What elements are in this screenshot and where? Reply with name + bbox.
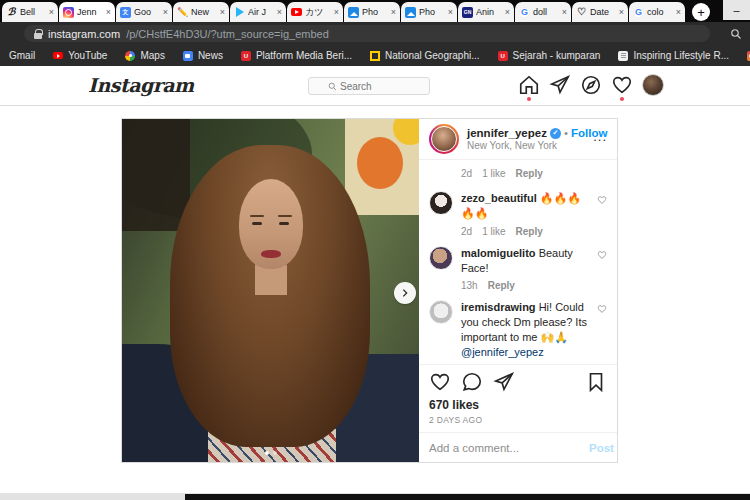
tab-photos-2[interactable]: Pho × (401, 2, 457, 22)
tab-label: colo (647, 7, 673, 17)
bookmark-news[interactable]: News (174, 45, 232, 66)
post-photo[interactable] (122, 119, 419, 462)
comment-mention[interactable]: @jennifer_yepez (461, 346, 544, 358)
post-header: jennifer_yepez ✓ • Follow New York, New … (419, 119, 617, 160)
lock-icon (34, 29, 42, 39)
story-ring[interactable] (429, 124, 459, 154)
bookmark-sejarah-kumparan[interactable]: U Sejarah - kumparan (489, 45, 610, 66)
search-zoom-icon[interactable] (730, 28, 742, 40)
comment-bubble-icon[interactable] (461, 371, 483, 393)
add-comment-bar: Post (419, 432, 617, 462)
close-icon[interactable]: × (106, 8, 111, 17)
bookmark-platform-media[interactable]: U Platform Media Beri... (232, 45, 361, 66)
window-minimize-button[interactable]: – (723, 0, 750, 20)
activity-heart-icon[interactable] (611, 74, 633, 96)
horizontal-scrollbar[interactable] (0, 493, 750, 500)
tab-label: New (191, 7, 217, 17)
comment: iremisdrawing Hi! Could you check Dm ple… (429, 300, 607, 364)
bookmark-hubungan-asmara[interactable]: hubungan-asmara :... (738, 45, 750, 66)
comment-username[interactable]: iremisdrawing (461, 301, 536, 313)
close-icon[interactable]: × (334, 8, 339, 17)
search-box[interactable] (308, 77, 430, 95)
photo-frame-corner (122, 119, 190, 231)
address-bar[interactable]: instagram.com/p/CHstfE4hD3U/?utm_source=… (24, 25, 710, 42)
post-user-block: jennifer_yepez ✓ • Follow New York, New … (467, 127, 585, 151)
dot-separator: • (564, 127, 568, 139)
avatar[interactable] (429, 191, 453, 215)
close-icon[interactable]: × (505, 8, 510, 17)
comment-username[interactable]: zezo_beautiful (461, 192, 537, 204)
comments-list: 2d 1 like Reply zezo_beautiful 🔥🔥🔥🔥🔥 2d … (419, 160, 617, 364)
bookmark-maps[interactable]: Maps (116, 45, 173, 66)
search-icon (328, 82, 337, 91)
like-heart-icon[interactable] (429, 371, 451, 393)
close-icon[interactable]: × (220, 8, 225, 17)
tab-photos-1[interactable]: Pho × (344, 2, 400, 22)
search-input[interactable] (340, 81, 410, 92)
tab-air[interactable]: Air J × (230, 2, 286, 22)
comment-likes[interactable]: 1 like (482, 226, 505, 237)
close-icon[interactable]: × (562, 8, 567, 17)
tab-date[interactable]: ♡ Date × (572, 2, 628, 22)
avatar[interactable] (429, 246, 453, 270)
tab-youtube[interactable]: カツ × (287, 2, 343, 22)
instagram-logo[interactable]: Instagram (88, 74, 194, 96)
post-panel: jennifer_yepez ✓ • Follow New York, New … (419, 119, 617, 462)
youtube-icon (53, 52, 63, 59)
post-location[interactable]: New York, New York (467, 140, 585, 151)
close-icon[interactable]: × (619, 8, 624, 17)
close-icon[interactable]: × (163, 8, 168, 17)
photo-face-detail (279, 222, 289, 225)
tab-google-translate[interactable]: 文 Goo × (116, 2, 172, 22)
close-icon[interactable]: × (49, 8, 54, 17)
google-icon: G (633, 7, 644, 18)
carousel-next-button[interactable] (394, 282, 416, 304)
reply-button[interactable]: Reply (515, 168, 542, 179)
close-icon[interactable]: × (391, 8, 396, 17)
comment-likes[interactable]: 1 like (482, 168, 505, 179)
close-icon[interactable]: × (676, 8, 681, 17)
explore-icon[interactable] (580, 74, 602, 96)
bookmark-icon[interactable] (585, 371, 607, 393)
post-comment-button[interactable]: Post (589, 442, 614, 454)
more-options-icon[interactable]: ... (593, 129, 607, 150)
close-icon[interactable]: × (448, 8, 453, 17)
bookmark-inspiring-lifestyle[interactable]: Inspiring Lifestyle R... (609, 45, 738, 66)
photo-neck (255, 265, 287, 295)
comment-time: 2d (461, 168, 472, 179)
tab-label: Pho (362, 7, 388, 17)
carousel-dots (122, 451, 419, 455)
reply-button[interactable]: Reply (488, 280, 515, 291)
tab-anime[interactable]: GN Anin × (458, 2, 514, 22)
scrollbar-thumb[interactable] (185, 494, 750, 500)
bookmark-youtube[interactable]: YouTube (44, 45, 116, 66)
bookmark-national-geographic[interactable]: National Geographi... (361, 45, 489, 66)
tab-google-search-doll[interactable]: G doll × (515, 2, 571, 22)
tab-label: Jenn (77, 7, 103, 17)
kumparan-icon: U (241, 51, 251, 61)
reply-button[interactable]: Reply (515, 226, 542, 237)
comment-like-heart-icon[interactable] (597, 191, 607, 237)
comment-username[interactable]: malomiguelito (461, 247, 536, 259)
tab-new-doc[interactable]: ✏️ New × (173, 2, 229, 22)
post-username[interactable]: jennifer_yepez (467, 127, 547, 139)
profile-avatar[interactable] (642, 74, 664, 96)
instagram-icon (63, 7, 74, 18)
tab-jennifer-instagram[interactable]: Jenn × (59, 2, 115, 22)
avatar[interactable] (429, 300, 453, 324)
share-plane-icon[interactable] (493, 371, 515, 393)
tab-bella[interactable]: ℬ Bell × (2, 2, 58, 22)
comment-like-heart-icon[interactable] (597, 246, 607, 292)
messenger-icon[interactable] (549, 74, 571, 96)
chevron-right-icon (400, 288, 410, 298)
close-icon[interactable]: × (277, 8, 282, 17)
new-tab-button[interactable]: + (692, 3, 710, 21)
comment-input[interactable] (429, 442, 583, 454)
comment-like-heart-icon[interactable] (597, 300, 607, 364)
likes-count[interactable]: 670 likes (429, 398, 607, 412)
bookmark-gmail[interactable]: Gmail (0, 45, 44, 66)
photo-face-detail (252, 222, 262, 225)
carousel-dot (273, 451, 277, 455)
tab-google-search-colo[interactable]: G colo × (629, 2, 685, 22)
home-icon[interactable] (518, 74, 540, 96)
